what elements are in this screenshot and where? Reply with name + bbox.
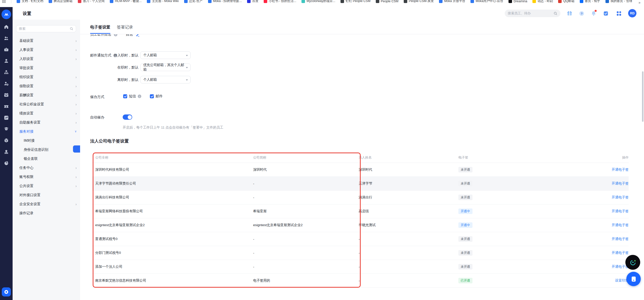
- chevron-right-icon: ›: [76, 102, 77, 106]
- mail-row-select[interactable]: 优先公司邮箱，其次个人邮箱: [140, 64, 191, 71]
- bookmark-item[interactable]: 动态 - 即刻: [532, 0, 553, 3]
- row-action-link[interactable]: 开通电子签: [612, 237, 629, 241]
- auto-remind-toggle[interactable]: [123, 114, 132, 120]
- sidebar-item-社保公积金设置[interactable]: 社保公积金设置›: [13, 100, 80, 109]
- mail-row-select[interactable]: 个人邮箱: [140, 76, 191, 83]
- cube-icon[interactable]: [4, 138, 9, 143]
- bookmark-item[interactable]: Moka用户中心-后台: [470, 0, 503, 3]
- sidebar-item-基础设置[interactable]: 基础设置›: [13, 36, 80, 45]
- notification-bell-icon[interactable]: [590, 10, 597, 17]
- modao-icon: [78, 0, 81, 3]
- sidebar-item-身份证信息识别[interactable]: 身份证信息识别: [13, 145, 80, 154]
- ticket-yen-icon[interactable]: [4, 104, 9, 109]
- bookmark-item[interactable]: 首页 - 知乎: [580, 0, 600, 3]
- checkbox-checked-icon[interactable]: [150, 94, 154, 98]
- bookmark-item[interactable]: 文档 · 钉钉文档: [17, 0, 43, 3]
- bookmark-item[interactable]: Moka 开放平台: [439, 0, 465, 3]
- org-chart-icon[interactable]: [4, 70, 9, 75]
- record-button[interactable]: [2, 287, 11, 296]
- select-value: 个人邮箱: [143, 77, 157, 82]
- sidebar-item-服务对接[interactable]: 服务对接˅: [13, 127, 80, 136]
- stamp-icon[interactable]: [4, 149, 9, 155]
- row-action-link[interactable]: 开通电子签: [612, 223, 629, 227]
- info-icon[interactable]: i: [138, 95, 141, 98]
- status-badge: 开通中: [458, 222, 472, 228]
- sidebar-item-审批设置[interactable]: 审批设置: [13, 64, 80, 73]
- pie-chart-icon[interactable]: [4, 160, 9, 166]
- browser-extension-button[interactable]: [625, 255, 640, 270]
- bookmark-item[interactable]: 我的首页 - 雪球: [605, 0, 632, 3]
- tab-sign-records[interactable]: 签署记录: [117, 25, 133, 34]
- sidebar-item-IM对接[interactable]: IM对接: [13, 136, 80, 145]
- company-full-name: 滴滴出行科技有限公司: [92, 195, 250, 200]
- gift-icon[interactable]: [566, 10, 573, 17]
- bookmark-label: 小红书 - 你的生活...: [269, 0, 296, 3]
- chevron-right-icon: ›: [76, 93, 77, 97]
- sidebar-item-label: 服务对接: [19, 129, 75, 134]
- sidebar-item-任务中心[interactable]: 任务中心›: [13, 163, 80, 172]
- sidebar-item-对外接口设置[interactable]: 对外接口设置: [13, 191, 80, 200]
- bookmark-item[interactable]: 墨刀 - 个人空间: [78, 0, 105, 3]
- sidebar-item-账号权限[interactable]: 账号权限›: [13, 172, 80, 182]
- calendar-icon[interactable]: [4, 92, 9, 98]
- bookmark-label: 墨刀 - 个人空间: [83, 0, 105, 3]
- app-switcher-icon[interactable]: [616, 10, 622, 17]
- bookmark-item[interactable]: 钉钉 People CSM: [341, 0, 370, 3]
- bookmark-item[interactable]: Mycolorway的项目...: [301, 0, 335, 3]
- mail-row-label: 离职时，默认: [80, 78, 139, 82]
- bookmark-item[interactable]: 主页面 - Moka Wiki: [147, 0, 179, 3]
- scrollbar-thumb[interactable]: [642, 71, 643, 122]
- sidebar-item-薪酬设置[interactable]: 薪酬设置›: [13, 91, 80, 100]
- sidebar-item-人事设置[interactable]: 人事设置›: [13, 45, 80, 54]
- tab-esign-settings[interactable]: 电子签设置: [90, 25, 110, 34]
- moka-logo[interactable]: [2, 10, 11, 19]
- tasks-clipboard-icon[interactable]: [602, 10, 609, 17]
- bookmark-item[interactable]: Moka - 招聘管理新...: [208, 0, 242, 3]
- sidebar-item-label: 账号权限: [19, 175, 76, 179]
- sidebar-item-组织设置[interactable]: 组织设置›: [13, 73, 80, 82]
- bookmark-item[interactable]: QQ邮箱: [558, 0, 574, 3]
- bookmark-item[interactable]: 小红书 - 你的生活...: [264, 0, 296, 3]
- graduation-icon[interactable]: [4, 126, 9, 132]
- users-icon[interactable]: [4, 36, 9, 41]
- sidebar-item-假勤设置[interactable]: 假勤设置›: [13, 82, 80, 91]
- sidebar-item-企业安全设置[interactable]: 企业安全设置›: [13, 200, 80, 209]
- bookmark-item[interactable]: 总览-生产: [184, 0, 203, 3]
- legal-person-name: -: [356, 237, 455, 241]
- mail-row-select[interactable]: 个人邮箱: [140, 51, 191, 59]
- sidebar-item-绩效设置[interactable]: 绩效设置›: [13, 109, 80, 118]
- checkbox-checked-icon[interactable]: [123, 94, 127, 98]
- bookmark-item[interactable]: 百度: [247, 0, 258, 3]
- sidebar-item-操作记录[interactable]: 操作记录: [13, 209, 80, 218]
- sidebar-item-入职设置[interactable]: 入职设置›: [13, 54, 80, 64]
- sidebar-item-电子签[interactable]: 电子签: [73, 145, 80, 153]
- bookmarks-overflow-chevron[interactable]: »: [638, 1, 640, 5]
- row-action-link[interactable]: 开通电子签: [612, 168, 629, 171]
- home-icon[interactable]: [4, 24, 9, 30]
- bookmark-item[interactable]: People CSM: [376, 0, 398, 3]
- bookmark-item[interactable]: Dreamina: [509, 0, 527, 3]
- bookmark-item[interactable]: 腾讯企业邮箱: [49, 0, 73, 3]
- row-action-link[interactable]: 开通电子签: [612, 251, 629, 255]
- bookmark-item[interactable]: HCM-MVP - 敏捷...: [110, 0, 142, 3]
- svg-text:?: ?: [581, 12, 583, 15]
- chevron-down-icon: [186, 55, 188, 56]
- row-action-link[interactable]: 开通电子签: [612, 195, 629, 199]
- global-search-input[interactable]: 搜索员工、待办: [505, 10, 560, 17]
- customer-service-button[interactable]: [626, 272, 641, 286]
- sidebar-search-input[interactable]: 搜索: [16, 25, 76, 32]
- sidebar-item-自助服务设置[interactable]: 自助服务设置›: [13, 118, 80, 127]
- user-icon[interactable]: [4, 58, 9, 64]
- user-add-icon[interactable]: [4, 81, 9, 86]
- row-action-link[interactable]: 开通电子签: [612, 182, 629, 185]
- bookmark-item[interactable]: People CSM-灰度: [404, 0, 434, 3]
- row-action-link[interactable]: 开通电子签: [612, 209, 629, 213]
- help-icon[interactable]: ?: [578, 10, 585, 17]
- trend-icon[interactable]: [4, 115, 9, 121]
- bookmark-label: 首页 - 知乎: [585, 0, 600, 3]
- sidebar-item-公共设置[interactable]: 公共设置›: [13, 182, 80, 191]
- apps-grid-icon[interactable]: [2, 0, 6, 3]
- user-avatar[interactable]: RD: [628, 9, 636, 17]
- sidebar-item-银企直联[interactable]: 银企直联: [13, 154, 80, 163]
- briefcase-icon[interactable]: [4, 47, 9, 52]
